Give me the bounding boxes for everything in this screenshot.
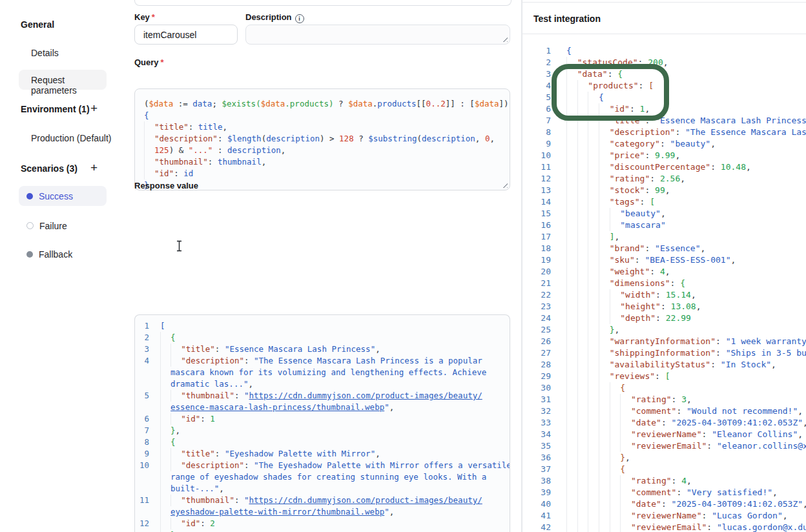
code-token: "availabilityStatus" (610, 360, 711, 369)
thumbnail-url-link[interactable]: https://cdn.dummyjson.com/product-images… (249, 495, 482, 505)
indent-guide (588, 231, 599, 243)
code-token: [ (650, 197, 655, 207)
code-line: 20 "weight": 4, (533, 266, 806, 278)
test-output-code: 1{2 "statusCode": 200,3 "data": {4 "prod… (522, 45, 806, 532)
scenario-item-success[interactable]: Success (19, 186, 107, 206)
code-token: "id" (610, 104, 630, 114)
code-token: " (244, 495, 249, 505)
code-token: "stock" (610, 185, 645, 195)
thumbnail-url-link[interactable]: essence-mascara-lash-princess/thumbnail.… (170, 402, 384, 412)
indent-guide (620, 429, 631, 440)
scenario-label: Success (39, 191, 73, 201)
line-number: 26 (533, 336, 551, 347)
response-editor[interactable]: 1[2 {3 "title": "Essence Mascara Lash Pr… (134, 314, 510, 532)
resize-handle-icon[interactable] (502, 36, 508, 42)
code-token: 200 (648, 57, 663, 67)
code-line: 24 "depth": 22.99 (533, 312, 806, 324)
code-token: , (730, 255, 736, 265)
indent-guide (588, 278, 599, 289)
code-token: "beauty" (620, 209, 661, 218)
key-input-value: itemCarousel (143, 30, 196, 40)
code-token: "price" (610, 150, 645, 160)
indent-guide (566, 150, 577, 161)
indent-guide (599, 173, 610, 185)
indent-guide (566, 115, 577, 127)
code-token: : (655, 371, 665, 381)
code-token: "width" (620, 290, 656, 300)
code-line: 23 "height": 13.08, (533, 301, 806, 312)
indent-guide (577, 498, 588, 510)
indent-guide (599, 371, 610, 382)
indent-guide (599, 359, 610, 371)
scenario-item-fallback[interactable]: Fallback (19, 244, 107, 264)
line-number: 27 (533, 347, 551, 359)
description-textarea[interactable] (245, 25, 510, 45)
add-environment-button[interactable]: + (90, 103, 98, 114)
code-line: 1{ (533, 45, 806, 57)
test-integration-panel: Test integration 1{2 "statusCode": 200,3… (522, 0, 806, 532)
indent-guide (160, 448, 170, 460)
indent-guide (160, 413, 170, 425)
code-token: , (663, 57, 668, 67)
indent-guide (577, 324, 588, 336)
sidebar-item-details[interactable]: Details (31, 48, 59, 58)
code-token: "description" (154, 134, 218, 143)
code-token: "id" (181, 414, 200, 424)
code-token: , (691, 290, 696, 300)
code-token: $exists( (222, 99, 260, 108)
code-token: "tags" (610, 197, 640, 207)
add-scenario-button[interactable]: + (90, 163, 98, 173)
panel-title: Test integration (533, 14, 601, 24)
indent-guide (160, 332, 170, 343)
indent-guide (170, 343, 181, 355)
code-token: "weight" (610, 267, 650, 276)
sidebar-item-production-default[interactable]: Production (Default) (31, 133, 112, 143)
code-line: 4 "description": "The Essence Mascara La… (135, 355, 510, 367)
line-number: 12 (135, 518, 149, 529)
indent-guide (588, 254, 599, 266)
text-cursor-icon (176, 240, 183, 252)
indent-guide (566, 220, 577, 231)
key-input[interactable]: itemCarousel (134, 25, 238, 45)
code-token: "Very satisfied!" (687, 487, 772, 497)
required-asterisk: * (152, 12, 155, 22)
code-token: description (227, 145, 281, 155)
info-icon[interactable]: i (295, 14, 304, 23)
indent-guide (160, 367, 170, 378)
sidebar-item-request-parameters[interactable]: Request parameters (19, 70, 107, 90)
code-line: 5 "thumbnail": "https://cdn.dummyjson.co… (135, 390, 510, 402)
indent-guide (620, 417, 631, 429)
thumbnail-url-link[interactable]: eyeshadow-palette-with-mirror/thumbnail.… (170, 507, 384, 517)
indent-guide (588, 347, 599, 359)
code-line: 6 "id": 1 (135, 413, 510, 425)
code-token: ( (144, 99, 149, 108)
code-line: 3 "title": "Essence Mascara Lash Princes… (135, 343, 510, 355)
code-token: $data (261, 99, 285, 108)
code-token: : (710, 162, 721, 172)
code-line: 25 }, (533, 324, 806, 336)
indent-guide (599, 382, 610, 394)
code-token: , (746, 162, 751, 172)
indent-guide (160, 355, 170, 367)
query-editor[interactable]: ($data := data; $exists($data.products) … (134, 88, 510, 190)
code-line: 4 "products": [ (533, 80, 806, 92)
integration-editor-page: General Details Request parameters Envir… (0, 0, 806, 532)
indent-guide (588, 161, 599, 173)
code-line: 13 "stock": 99, (533, 185, 806, 196)
code-token: [ (665, 371, 670, 381)
indent-guide (599, 475, 610, 487)
code-token: : (710, 360, 721, 369)
indent-guide (610, 394, 621, 405)
scenario-item-failure[interactable]: Failure (19, 216, 107, 236)
indent-guide (160, 495, 170, 506)
code-token: "description" (181, 460, 244, 470)
thumbnail-url-link[interactable]: https://cdn.dummyjson.com/product-images… (249, 391, 482, 400)
code-token: , (490, 134, 495, 143)
indent-guide (577, 196, 588, 208)
code-token: : (670, 278, 681, 288)
required-asterisk: * (161, 57, 164, 67)
code-token: "2025-04-30T09:41:02.053Z" (672, 499, 803, 509)
code-token: , (389, 402, 395, 412)
indent-guide (610, 220, 621, 231)
indent-guide (588, 208, 599, 220)
